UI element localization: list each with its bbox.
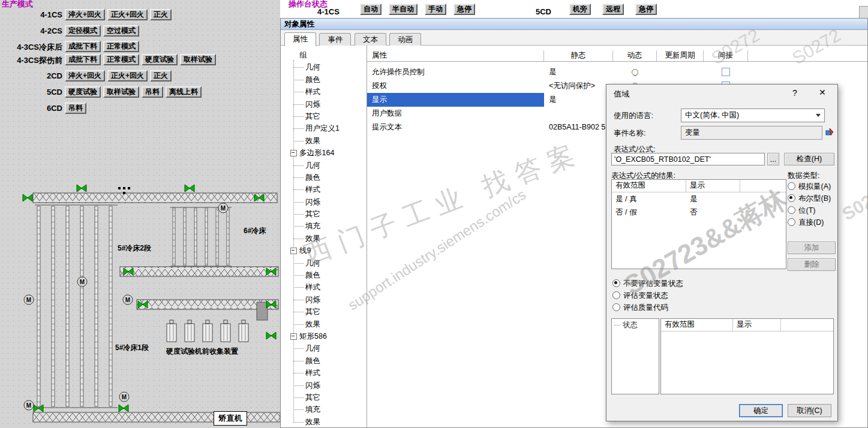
tree-item[interactable]: 样式 bbox=[281, 86, 367, 98]
console-mode-button[interactable]: 自动 bbox=[360, 4, 382, 15]
tree-item[interactable]: 效果 bbox=[281, 416, 367, 427]
console-mode-button[interactable]: 手动 bbox=[425, 4, 446, 15]
mode-button[interactable]: 定径模式 bbox=[65, 25, 101, 37]
tree-item[interactable]: 效果 bbox=[281, 318, 367, 330]
radio-bit[interactable]: 位(T) bbox=[788, 206, 815, 215]
collapse-icon[interactable] bbox=[290, 248, 297, 254]
check-button[interactable]: 检查(H) bbox=[784, 153, 834, 165]
browse-button[interactable]: ... bbox=[767, 153, 779, 165]
radio-no-eval-tag-status[interactable]: 不要评估变量状态 bbox=[612, 279, 683, 288]
remove-button[interactable]: 删除 bbox=[788, 258, 836, 271]
help-icon[interactable]: ? bbox=[792, 88, 797, 98]
radio-eval-tag-status[interactable]: 评估变量状态 bbox=[612, 291, 668, 300]
tree-item[interactable]: 几何 bbox=[281, 257, 367, 269]
mode-button[interactable]: 正火+回火 bbox=[107, 9, 148, 20]
event-name-field[interactable]: 变量 bbox=[681, 126, 822, 140]
console-mode-button[interactable]: 急停 bbox=[453, 4, 475, 15]
tree-item[interactable]: 颜色 bbox=[281, 355, 367, 367]
tree-item[interactable]: 闪烁 bbox=[281, 294, 367, 306]
attribute-name[interactable]: 允许操作员控制 bbox=[367, 65, 544, 79]
mode-button[interactable]: 淬火+回火 bbox=[65, 70, 105, 82]
tree-item[interactable]: 几何 bbox=[281, 159, 367, 171]
mode-button[interactable]: 正火+回火 bbox=[107, 70, 148, 82]
tree-item[interactable]: 几何 bbox=[281, 342, 367, 354]
tree-item[interactable]: 样式 bbox=[281, 183, 367, 195]
tree-item[interactable]: 几何 bbox=[281, 61, 367, 73]
tab-events[interactable]: 事件 bbox=[319, 33, 351, 46]
tree-item[interactable]: 闪烁 bbox=[281, 98, 367, 110]
indirect-checkbox[interactable] bbox=[722, 68, 730, 76]
tree-root-group[interactable]: 组 bbox=[281, 49, 367, 61]
console-mode-button[interactable]: 半自动 bbox=[389, 4, 418, 15]
tree-item[interactable]: 闪烁 bbox=[281, 196, 367, 208]
dynamic-cell[interactable] bbox=[613, 65, 657, 79]
tree-item[interactable]: 颜色 bbox=[281, 171, 367, 183]
radio-eval-quality-code[interactable]: 评估质量代码 bbox=[612, 303, 668, 312]
tab-animation[interactable]: 动画 bbox=[389, 33, 421, 46]
attribute-name[interactable]: 提示文本 bbox=[367, 120, 544, 134]
console-mode-button[interactable]: 急停 bbox=[635, 4, 657, 15]
tree-group[interactable]: 多边形164 bbox=[281, 147, 367, 159]
tree-item[interactable]: 用户定义1 bbox=[281, 122, 367, 134]
tree-item[interactable]: 颜色 bbox=[281, 74, 367, 86]
tree-item[interactable]: 样式 bbox=[281, 367, 367, 379]
radio-direct[interactable]: 直接(D) bbox=[788, 218, 824, 227]
column-header[interactable]: 间接 bbox=[704, 50, 748, 61]
attribute-name-selected[interactable]: 显示 bbox=[367, 93, 544, 107]
tree-item[interactable]: 其它 bbox=[281, 208, 367, 220]
mode-button[interactable]: 取样试验 bbox=[103, 86, 139, 98]
mode-button[interactable]: 淬火+回火 bbox=[65, 9, 105, 20]
result-row[interactable]: 是 / 真 是 bbox=[612, 192, 786, 206]
mode-button[interactable]: 成批下料 bbox=[65, 41, 101, 52]
tree-group[interactable]: 矩形586 bbox=[281, 330, 367, 342]
add-button[interactable]: 添加 bbox=[788, 242, 836, 254]
column-header[interactable]: 动态 bbox=[613, 50, 657, 61]
close-icon[interactable]: ✕ bbox=[819, 88, 826, 97]
radio-boolean[interactable]: 布尔型(B) bbox=[788, 194, 831, 203]
ok-button[interactable]: 确定 bbox=[739, 404, 783, 417]
attribute-name[interactable]: 用户数据 bbox=[367, 107, 544, 120]
mode-button[interactable]: 正常模式 bbox=[103, 54, 139, 65]
tree-item[interactable]: 其它 bbox=[281, 391, 367, 403]
mode-button[interactable]: 空过模式 bbox=[103, 25, 139, 37]
console-mode-button[interactable]: 机旁 bbox=[569, 4, 591, 15]
result-row[interactable]: 否 / 假 否 bbox=[612, 206, 786, 219]
mode-button[interactable]: 正火 bbox=[150, 70, 172, 82]
tree-item[interactable]: 填充 bbox=[281, 403, 367, 415]
tab-properties[interactable]: 属性 bbox=[284, 32, 316, 46]
mode-button[interactable]: 正火 bbox=[150, 9, 172, 20]
column-header[interactable]: 静态 bbox=[544, 50, 613, 61]
tree-item[interactable]: 效果 bbox=[281, 135, 367, 147]
cancel-button[interactable]: 取消(C) bbox=[788, 404, 831, 417]
collapse-icon[interactable] bbox=[290, 150, 297, 156]
mode-button[interactable]: 正常模式 bbox=[103, 41, 139, 52]
status-tree-item[interactable]: 状态 bbox=[612, 319, 659, 331]
attribute-name[interactable]: 授权 bbox=[367, 79, 544, 93]
tag-select-icon[interactable] bbox=[825, 127, 834, 137]
radio-analog[interactable]: 模拟量(A) bbox=[788, 182, 831, 191]
column-header[interactable]: 更新周期 bbox=[657, 50, 704, 61]
collapse-icon[interactable] bbox=[290, 333, 297, 340]
mode-button[interactable]: 硬度试验 bbox=[65, 86, 101, 98]
tree-item[interactable]: 闪烁 bbox=[281, 379, 367, 391]
tree-item[interactable]: 其它 bbox=[281, 110, 367, 122]
scrollbar-fragment[interactable] bbox=[859, 6, 868, 19]
indirect-cell[interactable] bbox=[704, 65, 748, 79]
mode-button[interactable]: 硬度试验 bbox=[142, 54, 178, 65]
tree-group[interactable]: 线9 bbox=[281, 245, 367, 257]
tree-item[interactable]: 填充 bbox=[281, 220, 367, 232]
tab-text[interactable]: 文本 bbox=[355, 33, 386, 46]
mode-button[interactable]: 吊料 bbox=[65, 103, 86, 114]
tree-item[interactable]: 其它 bbox=[281, 306, 367, 318]
mode-button[interactable]: 取样试验 bbox=[180, 54, 216, 65]
tree-item[interactable]: 颜色 bbox=[281, 269, 367, 281]
tree-item[interactable]: 效果 bbox=[281, 233, 367, 245]
column-header[interactable]: 属性 bbox=[367, 50, 544, 61]
mode-button[interactable]: 离线上料 bbox=[166, 86, 202, 98]
mode-button[interactable]: 成批下料 bbox=[65, 54, 101, 65]
console-mode-button[interactable]: 远程 bbox=[602, 4, 624, 15]
language-select[interactable]: 中文(简体, 中国) bbox=[681, 108, 825, 122]
expression-input[interactable] bbox=[611, 153, 765, 165]
mode-button[interactable]: 吊料 bbox=[142, 86, 163, 98]
tree-item[interactable]: 样式 bbox=[281, 281, 367, 293]
